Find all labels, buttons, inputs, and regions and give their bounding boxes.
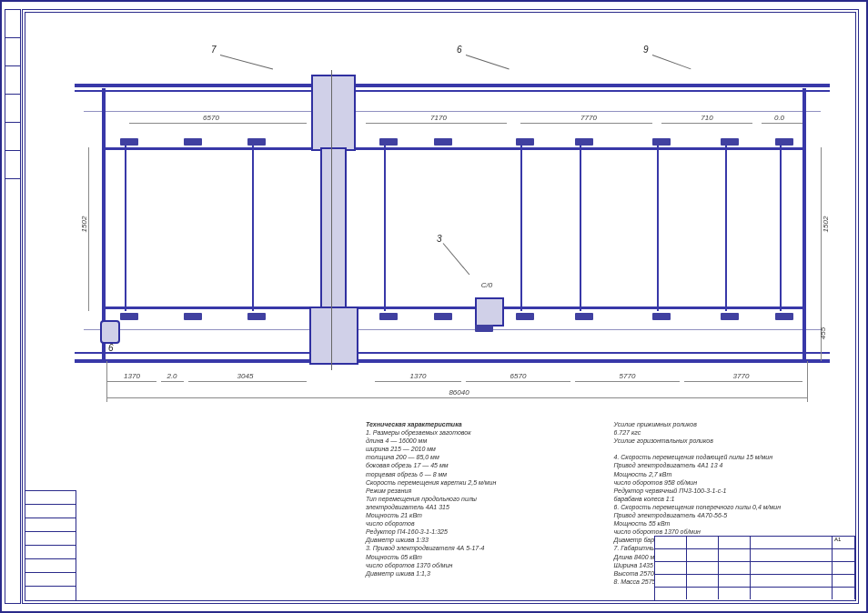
callout-9: 9 bbox=[643, 45, 649, 55]
dim-center: C/0 bbox=[473, 281, 500, 289]
bottom-rail-outer bbox=[75, 359, 830, 363]
binding-margin bbox=[5, 9, 21, 604]
center-unit bbox=[475, 297, 504, 327]
sheet-format: А1 bbox=[833, 537, 855, 548]
left-stamp bbox=[25, 490, 76, 601]
callout-6a: 6 bbox=[457, 45, 462, 55]
main-view: 6570 7170 7770 710 0.0 1370 2.0 3045 137… bbox=[75, 52, 830, 397]
dim-top-2: 7170 bbox=[420, 114, 457, 122]
end-post-right bbox=[802, 88, 806, 361]
top-rail-outer bbox=[75, 84, 830, 87]
clamp-left bbox=[100, 320, 120, 344]
drawing-sheet: 6570 7170 7770 710 0.0 1370 2.0 3045 137… bbox=[0, 0, 868, 613]
dim-b7: 3770 bbox=[725, 372, 757, 380]
dim-b4: 1370 bbox=[402, 372, 434, 380]
carriage-centerline bbox=[331, 70, 332, 370]
dim-b6: 5770 bbox=[611, 372, 643, 380]
dim-b3: 3045 bbox=[229, 372, 261, 380]
callout-6b: 6 bbox=[108, 343, 114, 353]
dim-top-1: 6570 bbox=[193, 114, 229, 122]
carriage-bottom bbox=[309, 306, 358, 365]
dim-overall: 86040 bbox=[439, 388, 479, 397]
inner-beam-top bbox=[102, 147, 802, 150]
dim-b5: 6570 bbox=[502, 372, 534, 380]
dim-b2: 2.0 bbox=[162, 372, 182, 380]
dim-top-4: 710 bbox=[693, 114, 721, 122]
dim-top-5: 0.0 bbox=[768, 114, 791, 122]
carriage-column bbox=[320, 147, 347, 310]
callout-7: 7 bbox=[211, 45, 217, 55]
inner-beam-bottom bbox=[102, 306, 802, 309]
notes-title: Техническая характеристика bbox=[366, 421, 462, 427]
title-block: А1 bbox=[654, 536, 856, 601]
carriage-top bbox=[311, 75, 356, 151]
callout-3: 3 bbox=[437, 234, 442, 244]
notes-col-1: Техническая характеристика 1. Размеры об… bbox=[366, 420, 591, 586]
dim-left-1: 1502 bbox=[80, 211, 88, 238]
dim-right-2: 455 bbox=[819, 322, 827, 345]
dim-b1: 1370 bbox=[118, 372, 146, 380]
dim-top-3: 7770 bbox=[570, 114, 607, 122]
dim-right-1: 1502 bbox=[822, 211, 830, 238]
